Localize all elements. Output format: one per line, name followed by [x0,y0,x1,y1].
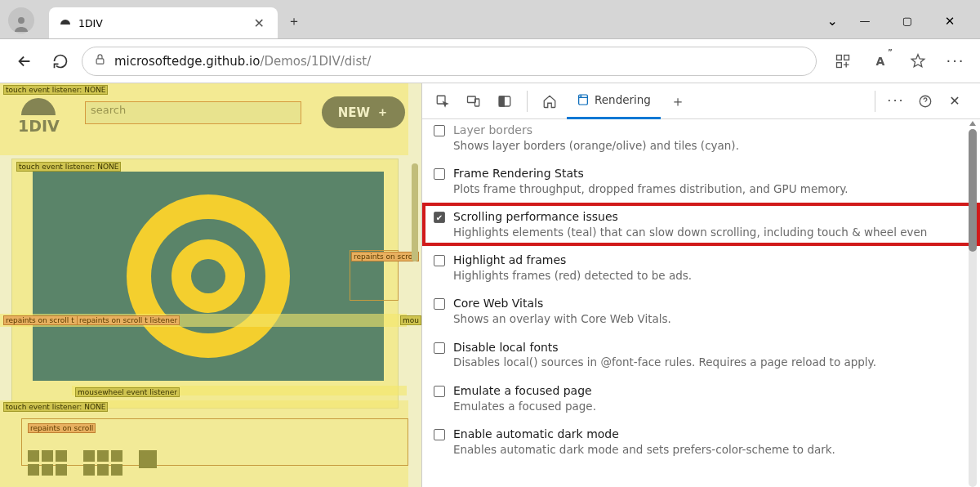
welcome-tab-icon[interactable] [536,87,564,115]
apps-icon[interactable] [828,47,858,76]
devtools-panel: Rendering ＋ ··· ✕ Layer bordersShows lay… [421,83,980,487]
tab-close-button[interactable]: ✕ [251,14,268,33]
tab-title: 1DIV [78,17,244,29]
overlay-repaint: repaints on scroll [28,423,96,433]
panel-scrollbar[interactable] [967,119,978,487]
new-tab-button[interactable]: ＋ [278,5,310,38]
address-bar[interactable]: microsoftedge.github.io/Demos/1DIV/dist/ [82,47,817,76]
thumbnail-grid [28,450,157,476]
read-aloud-icon[interactable]: A” [866,47,895,76]
browser-tab[interactable]: 1DIV ✕ [49,7,278,38]
overlay-touch-listener: touch event listener: NONE [3,85,108,95]
tab-favicon-icon [59,16,72,29]
svg-rect-9 [499,96,504,106]
checkbox[interactable] [434,125,445,136]
chevron-down-icon[interactable]: ⌄ [827,13,838,29]
checkbox[interactable] [434,342,445,354]
checkbox[interactable]: ✔ [434,212,445,223]
render-option-cwv[interactable]: Core Web VitalsShows an overlay with Cor… [422,289,980,333]
url-text: microsoftedge.github.io/Demos/1DIV/dist/ [114,54,371,69]
lock-icon [94,53,106,69]
checkbox[interactable] [434,168,445,180]
panel-toggle-icon[interactable] [491,87,519,115]
overlay-repaint-partial: repaints on scroll t listener [77,315,180,325]
checkbox[interactable] [434,386,445,397]
plus-icon: ＋ [376,105,389,120]
page-viewport[interactable]: touch event listener: NONE 1DIV repaints… [0,83,421,487]
svg-rect-6 [468,96,476,103]
more-icon[interactable]: ··· [941,47,970,76]
checkbox[interactable] [434,255,445,266]
devtools-close-icon[interactable]: ✕ [941,87,969,115]
render-option-frame-stats[interactable]: Frame Rendering StatsPlots frame through… [422,159,980,203]
svg-rect-2 [837,55,842,60]
svg-point-11 [581,96,581,96]
device-emulation-icon[interactable] [460,87,488,115]
render-option-dark-mode[interactable]: Enable automatic dark modeEnables automa… [422,420,980,463]
demo-card[interactable] [33,172,384,381]
window-controls: ⌄ — ▢ ✕ [827,13,980,38]
devtools-more-icon[interactable]: ··· [882,87,910,115]
reload-button[interactable] [46,47,75,76]
back-button[interactable] [10,47,39,76]
render-option-scrolling-perf[interactable]: ✔ Scrolling performance issuesHighlights… [422,203,980,246]
new-button[interactable]: NEW＋ [322,96,405,128]
render-option-layer-borders[interactable]: Layer bordersShows layer borders (orange… [422,123,980,159]
rendering-panel-body[interactable]: Layer bordersShows layer borders (orange… [422,119,980,487]
overlay-wheel-listener: mousewheel event listener [75,387,180,397]
close-window-button[interactable]: ✕ [934,14,965,29]
browser-toolbar: microsoftedge.github.io/Demos/1DIV/dist/… [0,39,980,83]
checkbox[interactable] [434,298,445,310]
devtools-help-icon[interactable] [911,87,939,115]
devtools-toolbar: Rendering ＋ ··· ✕ [422,83,980,119]
svg-point-0 [18,17,24,24]
overlay-touch-listener: touch event listener: NONE [3,402,108,412]
profile-avatar[interactable] [8,7,34,34]
add-tab-button[interactable]: ＋ [664,87,692,115]
search-input[interactable]: search [85,101,301,124]
checkbox[interactable] [434,429,445,440]
bullseye-graphic [127,194,290,358]
render-option-ad-frames[interactable]: Highlight ad framesHighlights frames (re… [422,246,980,289]
minimize-button[interactable]: — [849,15,880,27]
page-scrollbar[interactable] [408,157,421,487]
window-titlebar: 1DIV ✕ ＋ ⌄ — ▢ ✕ [0,0,980,39]
favorites-icon[interactable] [903,47,933,76]
rendering-tab[interactable]: Rendering [567,83,661,119]
inspect-element-icon[interactable] [429,87,457,115]
svg-rect-3 [844,55,849,60]
render-option-focused-page[interactable]: Emulate a focused pageEmulates a focused… [422,377,980,420]
overlay-touch-listener: touch event listener: NONE [16,162,121,172]
render-option-local-fonts[interactable]: Disable local fontsDisables local() sour… [422,333,980,377]
page-logo: 1DIV [18,98,60,135]
maximize-button[interactable]: ▢ [892,15,923,27]
svg-rect-1 [96,59,104,64]
svg-rect-4 [837,62,842,67]
